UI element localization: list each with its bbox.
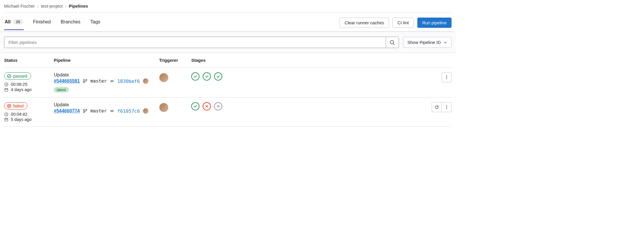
calendar-icon: [4, 117, 8, 122]
status-text: failed: [13, 103, 24, 108]
stage-passed[interactable]: [191, 102, 199, 110]
commit-author-avatar[interactable]: [143, 108, 149, 114]
pipeline-label: latest: [54, 87, 69, 93]
stage-connector: ─: [200, 75, 202, 78]
search-icon: [390, 40, 395, 45]
svg-point-0: [390, 40, 394, 44]
pipeline-finished-ago: 5 days ago: [11, 117, 32, 122]
filter-search-button[interactable]: [386, 37, 399, 48]
commit-sha-link[interactable]: f61057c6: [117, 108, 140, 114]
stage-passed[interactable]: [203, 72, 211, 81]
tab-all-count: 25: [13, 19, 23, 25]
stage-connector: ─: [211, 105, 213, 108]
pipeline-actions-menu-button[interactable]: [442, 72, 452, 82]
branch-icon: [83, 79, 87, 83]
pipeline-row: failed 00:04:42 5 days ago Update #54466…: [4, 98, 452, 127]
chevron-down-icon: [444, 41, 447, 44]
status-text: passed: [13, 74, 27, 78]
breadcrumb-project[interactable]: test-project: [41, 4, 63, 8]
kebab-icon: [444, 75, 449, 80]
pipeline-actions-menu-button[interactable]: [442, 102, 452, 112]
calendar-icon: [4, 88, 8, 92]
clock-icon: [4, 112, 8, 117]
x-circle-icon: [7, 104, 11, 108]
pipeline-id-link[interactable]: #544660774: [54, 108, 80, 114]
stage-connector: ─: [200, 105, 202, 108]
pipeline-duration: 00:06:25: [11, 82, 27, 87]
tab-branches[interactable]: Branches: [60, 19, 81, 30]
stage-passed[interactable]: [191, 72, 199, 81]
triggerer-avatar[interactable]: [159, 103, 168, 112]
kebab-icon: [444, 105, 449, 110]
clock-icon: [4, 82, 8, 87]
ci-lint-button[interactable]: CI lint: [392, 18, 414, 28]
branch-name[interactable]: master: [90, 108, 107, 114]
stage-connector: ─: [211, 75, 213, 78]
pipelines-table-header: Status Pipeline Triggerer Stages: [4, 53, 452, 68]
retry-pipeline-button[interactable]: [432, 102, 442, 112]
pipeline-commit-title: Update: [54, 72, 159, 78]
pipeline-id-link[interactable]: #544665581: [54, 78, 80, 84]
branch-name[interactable]: master: [90, 78, 107, 84]
status-badge-failed[interactable]: failed: [4, 102, 27, 110]
pipeline-finished-ago: 4 days ago: [11, 87, 32, 92]
commit-author-avatar[interactable]: [143, 78, 149, 84]
retry-icon: [434, 105, 439, 110]
commit-icon: [110, 109, 114, 113]
tab-finished[interactable]: Finished: [32, 19, 51, 30]
filter-pipelines-input[interactable]: [4, 37, 386, 48]
pipeline-commit-title: Update: [54, 102, 159, 107]
tab-all-label: All: [5, 19, 11, 25]
pipeline-tabs: All 25 Finished Branches Tags: [4, 19, 101, 30]
column-triggerer: Triggerer: [159, 58, 191, 63]
breadcrumb-user[interactable]: Michael Fischer: [4, 4, 35, 8]
check-circle-icon: [7, 74, 11, 78]
status-badge-passed[interactable]: passed: [4, 72, 31, 80]
column-stages: Stages: [191, 58, 308, 63]
clear-runner-caches-button[interactable]: Clear runner caches: [340, 18, 389, 28]
chevron-right-icon: ›: [37, 4, 39, 8]
filter-bar: Show Pipeline ID: [0, 32, 456, 53]
pipeline-row: passed 00:06:25 4 days ago Update #54466…: [4, 68, 452, 98]
run-pipeline-button[interactable]: Run pipeline: [417, 18, 452, 28]
breadcrumb-current: Pipelines: [69, 4, 88, 8]
tab-tags[interactable]: Tags: [90, 19, 101, 30]
triggerer-avatar[interactable]: [159, 73, 168, 82]
svg-line-1: [393, 43, 395, 45]
stage-passed[interactable]: [214, 72, 222, 81]
column-status: Status: [4, 58, 54, 63]
stage-skipped[interactable]: [214, 102, 222, 110]
commit-sha-link[interactable]: 1830bef6: [117, 78, 140, 84]
show-pipeline-id-dropdown[interactable]: Show Pipeline ID: [403, 37, 452, 48]
column-pipeline: Pipeline: [54, 58, 159, 63]
stage-failed[interactable]: [203, 102, 211, 110]
chevron-right-icon: ›: [65, 4, 66, 8]
branch-icon: [83, 109, 87, 113]
breadcrumb: Michael Fischer › test-project › Pipelin…: [4, 3, 452, 13]
pipeline-duration: 00:04:42: [11, 112, 27, 117]
commit-icon: [110, 79, 114, 83]
tab-all[interactable]: All 25: [4, 19, 24, 30]
